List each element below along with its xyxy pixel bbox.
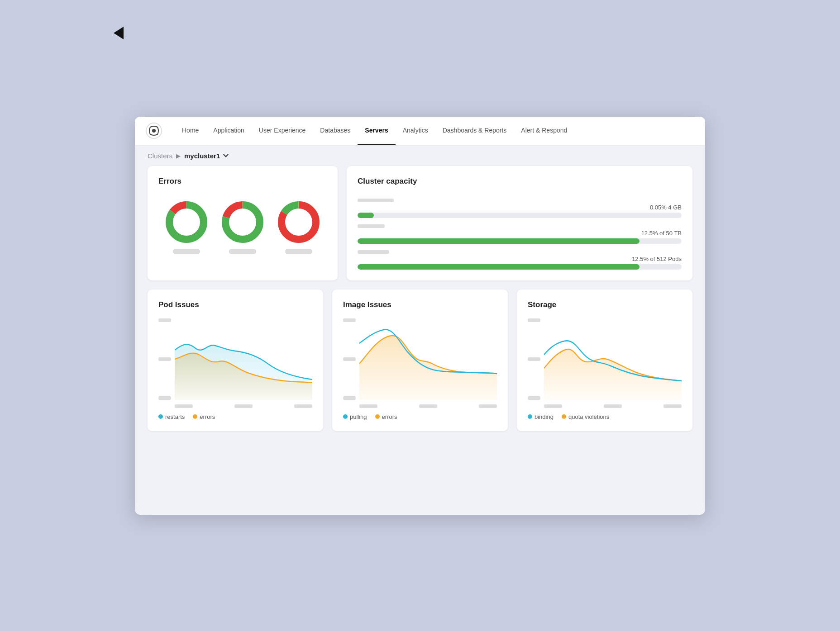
donut-chart-1	[164, 199, 209, 245]
pod-issues-card: Pod Issues	[148, 289, 323, 431]
nav-item-dashboards[interactable]: Dashboards & Reports	[435, 117, 514, 146]
image-x-labels	[343, 404, 497, 408]
donut-row	[158, 195, 327, 261]
x-label-st-2	[604, 404, 622, 408]
breadcrumb-parent[interactable]: Clusters	[148, 152, 172, 160]
pod-legend-restarts: restarts	[158, 413, 185, 420]
storage-x-labels	[528, 404, 682, 408]
donut-chart-3	[276, 199, 321, 245]
storage-card: Storage	[517, 289, 692, 431]
pod-legend-restarts-dot	[158, 414, 163, 419]
image-legend-errors: errors	[375, 413, 397, 420]
donut-1	[164, 199, 209, 254]
image-svg-wrap	[359, 318, 497, 400]
nav-item-user-experience[interactable]: User Experience	[252, 117, 313, 146]
y-label-bot	[158, 396, 171, 400]
pod-y-labels	[158, 318, 171, 400]
pod-svg-wrap	[175, 318, 312, 400]
y-label-top-img	[343, 318, 356, 322]
cap-label-1: 12.5% of 50 TB	[358, 230, 682, 237]
donut-2	[220, 199, 265, 254]
donut-3	[276, 199, 321, 254]
capacity-title: Cluster capacity	[358, 177, 682, 186]
image-legend: pulling errors	[343, 413, 497, 420]
pod-legend-errors-dot	[193, 414, 197, 419]
nav-item-application[interactable]: Application	[206, 117, 252, 146]
pod-x-labels	[158, 404, 312, 408]
cap-bar-bg-1	[358, 238, 682, 244]
cap-bar-fill-1	[358, 238, 640, 244]
nav-items: Home Application User Experience Databas…	[175, 117, 694, 146]
image-issues-svg	[359, 318, 497, 400]
nav-item-servers[interactable]: Servers	[358, 117, 395, 146]
nav-item-home[interactable]: Home	[175, 117, 206, 146]
x-label-img-3	[479, 404, 497, 408]
top-row: Errors	[148, 166, 692, 280]
chevron-down-icon	[223, 152, 229, 159]
storage-legend-quota-dot	[562, 414, 566, 419]
nav-item-databases[interactable]: Databases	[313, 117, 358, 146]
y-label-top	[158, 318, 171, 322]
donut-chart-2	[220, 199, 265, 245]
capacity-rows: 0.05% 4 GB 12.5% of 50 TB	[358, 195, 682, 270]
breadcrumb-separator: ▶	[176, 152, 181, 159]
pod-issues-chart	[158, 318, 312, 400]
x-label-img-2	[419, 404, 437, 408]
app-logo[interactable]	[146, 123, 162, 139]
y-label-bot-img	[343, 396, 356, 400]
x-label-2	[234, 404, 253, 408]
x-label-3	[294, 404, 312, 408]
x-label-img-1	[359, 404, 377, 408]
cap-sub-0	[358, 199, 394, 202]
svg-point-9	[233, 212, 253, 232]
image-issues-card: Image Issues	[332, 289, 508, 431]
nav-item-analytics[interactable]: Analytics	[396, 117, 435, 146]
storage-legend: binding quota violetions	[528, 413, 682, 420]
cap-bar-bg-2	[358, 264, 682, 270]
x-label-st-3	[663, 404, 682, 408]
y-label-mid	[158, 357, 171, 361]
nav-bar: Home Application User Experience Databas…	[135, 117, 705, 146]
pod-legend-errors: errors	[193, 413, 215, 420]
cap-bar-fill-0	[358, 213, 374, 218]
donut-1-label	[173, 249, 200, 254]
pod-issues-title: Pod Issues	[158, 300, 312, 309]
breadcrumb: Clusters ▶ mycluster1	[135, 146, 705, 166]
errors-title: Errors	[158, 177, 327, 186]
breadcrumb-current[interactable]: mycluster1	[184, 152, 229, 160]
storage-svg	[544, 318, 682, 400]
app-window: Home Application User Experience Databas…	[135, 117, 705, 515]
cap-label-2: 12.5% of 512 Pods	[358, 256, 682, 262]
donut-3-label	[285, 249, 312, 254]
image-issues-title: Image Issues	[343, 300, 497, 309]
y-label-top-st	[528, 318, 540, 322]
image-legend-pulling: pulling	[343, 413, 367, 420]
image-issues-chart	[343, 318, 497, 400]
y-label-mid-st	[528, 357, 540, 361]
svg-point-5	[177, 212, 196, 232]
image-y-labels	[343, 318, 356, 400]
storage-legend-quota: quota violetions	[562, 413, 609, 420]
storage-legend-binding: binding	[528, 413, 554, 420]
storage-title: Storage	[528, 300, 682, 309]
cap-bar-fill-2	[358, 264, 640, 270]
nav-item-alert[interactable]: Alert & Respond	[514, 117, 574, 146]
capacity-row-2: 12.5% of 512 Pods	[358, 250, 682, 270]
svg-point-13	[289, 212, 309, 232]
pod-legend: restarts errors	[158, 413, 312, 420]
image-legend-errors-dot	[375, 414, 380, 419]
cap-label-0: 0.05% 4 GB	[358, 204, 682, 211]
storage-y-labels	[528, 318, 540, 400]
svg-point-1	[152, 129, 156, 133]
capacity-card: Cluster capacity 0.05% 4 GB	[347, 166, 692, 280]
x-label-1	[175, 404, 193, 408]
x-label-st-1	[544, 404, 562, 408]
cap-sub-1	[358, 224, 385, 228]
cap-sub-2	[358, 250, 389, 254]
storage-legend-binding-dot	[528, 414, 532, 419]
storage-svg-wrap	[544, 318, 682, 400]
bottom-row: Pod Issues	[148, 289, 692, 431]
errors-card: Errors	[148, 166, 338, 280]
storage-chart	[528, 318, 682, 400]
pod-issues-svg	[175, 318, 312, 400]
